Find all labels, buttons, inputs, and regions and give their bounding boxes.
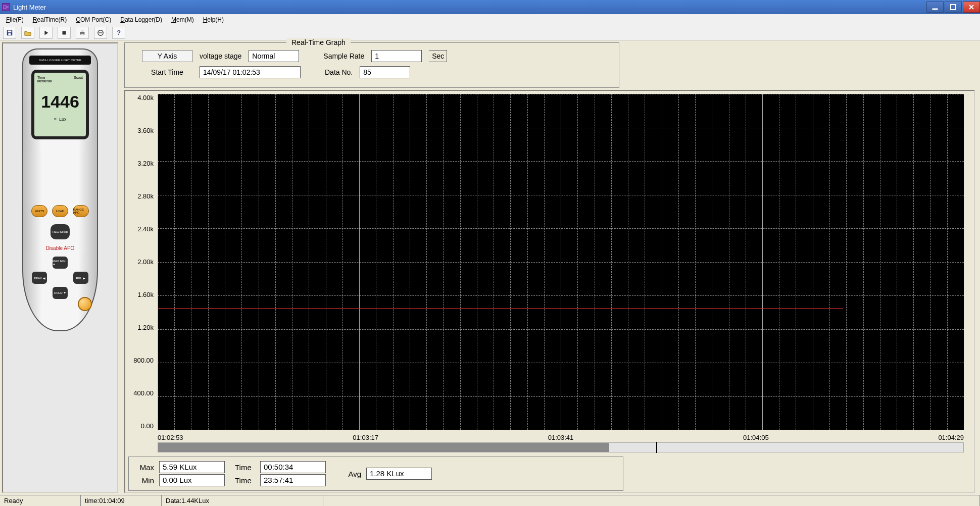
chart-x-ticks: 01:02:5301:03:1701:03:4101:04:0501:04:29 (125, 432, 974, 442)
starttime-label: Start Time (142, 68, 192, 76)
svg-rect-4 (8, 33, 11, 35)
device-load-button[interactable]: LOAD (52, 205, 68, 217)
device-rel-button[interactable]: REL ▶ (73, 272, 88, 284)
menu-mem[interactable]: Mem(M) (168, 15, 197, 24)
max-label: Max (134, 463, 154, 472)
print-button[interactable] (76, 27, 89, 39)
open-button[interactable] (21, 27, 34, 39)
close-button[interactable] (963, 2, 980, 13)
window-title: Light Meter (13, 4, 46, 11)
device-range-button[interactable]: RANGE APO (73, 205, 89, 217)
menu-file[interactable]: File(F) (3, 15, 27, 24)
svg-marker-5 (44, 30, 48, 35)
yaxis-button[interactable]: Y Axis (142, 50, 192, 62)
svg-rect-6 (63, 31, 66, 34)
svg-rect-0 (933, 9, 938, 10)
min-value: 0.00 Lux (159, 474, 225, 486)
samplerate-unit: Sec (429, 50, 447, 62)
app-icon: □= (2, 3, 10, 11)
starttime-field[interactable]: 14/09/17 01:02:53 (200, 66, 301, 78)
menu-datalogger[interactable]: Data Logger(D) (117, 15, 165, 24)
device-panel: DATA LOGGER LIGHT METER Time00:00:80 Sco… (2, 42, 118, 493)
svg-rect-9 (81, 33, 83, 35)
device-maxmin-button[interactable]: MAX MIN ▲ (53, 257, 68, 269)
device-label: DATA LOGGER LIGHT METER (29, 56, 91, 65)
save-button[interactable] (3, 27, 16, 39)
device-disable-apo: Disable APO (17, 245, 103, 251)
window-buttons (925, 2, 980, 13)
datano-label: Data No. (325, 68, 353, 76)
max-value: 5.59 KLux (159, 461, 225, 473)
stop-button[interactable] (58, 27, 71, 39)
scrollbar-thumb[interactable] (158, 443, 609, 452)
avg-value: 1.28 KLux (366, 468, 432, 480)
device-units-button[interactable]: UNITS (31, 205, 47, 217)
max-time-value: 00:50:34 (260, 461, 326, 473)
device-illustration: DATA LOGGER LIGHT METER Time00:00:80 Sco… (17, 48, 103, 331)
svg-text:?: ? (117, 29, 121, 36)
min-label: Min (134, 476, 154, 485)
status-bar: Ready time:01:04:09 Data:1.44KLux (0, 495, 980, 506)
status-data: Data:1.44KLux (162, 495, 323, 506)
svg-rect-8 (81, 30, 83, 32)
zoomout-button[interactable] (94, 27, 107, 39)
realtime-groupbox: Real-Time Graph Y Axis voltage stage Nor… (124, 42, 619, 88)
menu-realtime[interactable]: RealTime(R) (30, 15, 70, 24)
avg-label: Avg (341, 470, 361, 478)
samplerate-field[interactable]: 1 (371, 50, 422, 62)
right-pane: Real-Time Graph Y Axis voltage stage Nor… (121, 42, 978, 493)
status-time: time:01:04:09 (81, 495, 162, 506)
chart-container: 4.00k3.60k3.20k2.80k2.40k2.00k1.60k1.20k… (124, 90, 975, 493)
maximize-button[interactable] (945, 2, 962, 13)
device-reading: 1446 (37, 92, 83, 112)
chart-plot[interactable] (158, 94, 964, 430)
device-hold-button[interactable]: HOLD ▼ (53, 287, 68, 299)
help-button[interactable]: ? (112, 27, 125, 39)
device-screen: Time00:00:80 Scout 1446 ≡ Lux (31, 70, 89, 139)
datano-field[interactable]: 85 (360, 66, 410, 78)
max-time-label: Time (235, 463, 255, 472)
menu-bar: File(F) RealTime(R) COM Port(C) Data Log… (0, 14, 980, 25)
main-area: DATA LOGGER LIGHT METER Time00:00:80 Sco… (0, 40, 980, 495)
chart-scrollbar[interactable] (158, 442, 964, 452)
svg-rect-3 (8, 30, 12, 32)
device-peak-button[interactable]: PEAK ◀ (32, 272, 47, 284)
status-ready: Ready (0, 495, 81, 506)
menu-comport[interactable]: COM Port(C) (73, 15, 114, 24)
menu-help[interactable]: Help(H) (200, 15, 227, 24)
min-time-label: Time (235, 476, 255, 485)
groupbox-legend: Real-Time Graph (286, 38, 351, 46)
chart-y-ticks: 4.00k3.60k3.20k2.80k2.40k2.00k1.60k1.20k… (127, 94, 158, 430)
minimize-button[interactable] (926, 2, 944, 13)
stats-box: Max 5.59 KLux Time 00:50:34 Min 0.00 Lux… (128, 457, 623, 491)
min-time-value: 23:57:41 (260, 474, 326, 486)
svg-rect-1 (951, 5, 956, 10)
voltage-field[interactable]: Normal (249, 50, 299, 62)
toolbar: ? (0, 25, 980, 40)
device-power-button[interactable] (78, 297, 92, 311)
samplerate-label: Sample Rate (323, 52, 364, 60)
device-rec-button[interactable]: REC Setup (51, 224, 70, 239)
voltage-label: voltage stage (200, 52, 241, 60)
play-button[interactable] (39, 27, 53, 39)
window-titlebar: □= Light Meter (0, 0, 980, 14)
